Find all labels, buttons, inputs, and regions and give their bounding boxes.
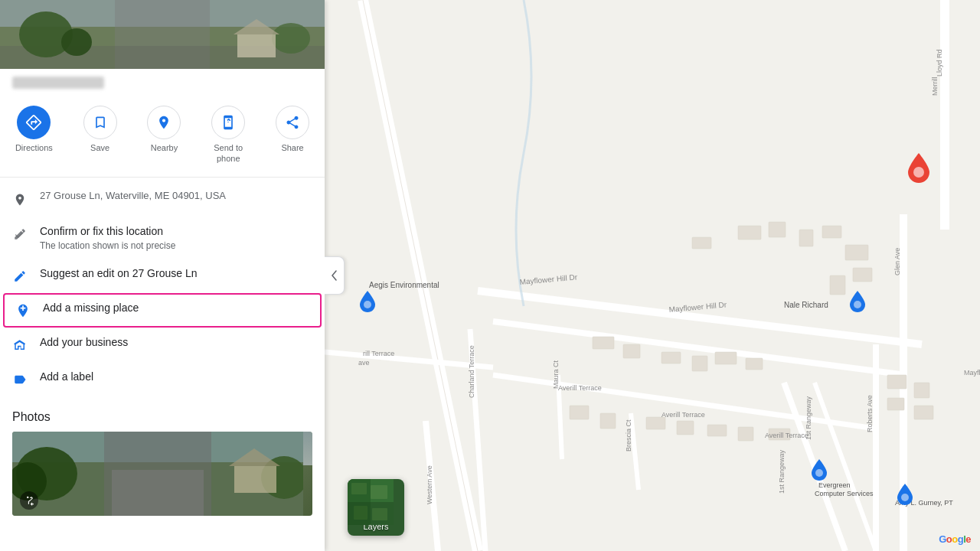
streetview-icon <box>20 491 38 510</box>
svg-text:Aegis Environmental: Aegis Environmental <box>369 281 439 289</box>
svg-rect-15 <box>112 470 204 516</box>
svg-text:Computer Services: Computer Services <box>815 490 874 497</box>
svg-text:Mayflower: Mayflower <box>964 369 980 377</box>
svg-point-83 <box>854 301 861 308</box>
send-to-phone-button[interactable]: Send to phone <box>205 103 251 168</box>
confirm-location-title: Confirm or fix this location <box>40 224 175 240</box>
map-area[interactable]: Mayflower Hill Dr Mayflower Hill Dr Lloy… <box>325 0 980 551</box>
add-missing-place-content: Add a missing place <box>43 301 139 316</box>
svg-text:1st Rangeway: 1st Rangeway <box>778 449 786 494</box>
svg-rect-56 <box>914 383 929 398</box>
svg-text:Evergreen: Evergreen <box>818 481 851 489</box>
nearby-icon <box>147 106 181 139</box>
add-business-content: Add your business <box>40 335 128 350</box>
svg-rect-47 <box>746 358 763 370</box>
suggest-edit-title: Suggest an edit on 27 Grouse Ln <box>40 266 197 282</box>
directions-button[interactable]: Directions <box>9 103 59 168</box>
directions-label: Directions <box>15 142 53 153</box>
share-label: Share <box>281 142 303 153</box>
send-to-phone-icon <box>211 106 245 139</box>
left-panel: Directions Save Nearby <box>0 0 325 551</box>
svg-text:Roberts Ave: Roberts Ave <box>866 395 874 432</box>
nearby-label: Nearby <box>151 142 178 153</box>
svg-text:Averill Terrace: Averill Terrace <box>765 432 808 439</box>
svg-rect-51 <box>677 421 694 435</box>
svg-point-86 <box>901 494 909 501</box>
svg-text:Glen Ave: Glen Ave <box>893 248 901 276</box>
svg-rect-91 <box>371 485 387 499</box>
svg-rect-52 <box>707 425 727 436</box>
street-view-image[interactable] <box>0 0 325 69</box>
add-business-item[interactable]: Add your business <box>0 328 325 362</box>
directions-icon <box>17 106 51 139</box>
save-icon <box>83 106 117 139</box>
svg-rect-45 <box>692 356 707 371</box>
svg-text:Brescia Ct: Brescia Ct <box>625 419 632 452</box>
save-button[interactable]: Save <box>77 103 123 168</box>
svg-text:ave: ave <box>358 359 370 367</box>
svg-rect-39 <box>845 245 868 260</box>
svg-text:Averill Terrace: Averill Terrace <box>662 411 705 419</box>
svg-rect-90 <box>351 483 367 494</box>
suggest-edit-item[interactable]: Suggest an edit on 27 Grouse Ln <box>0 259 325 293</box>
svg-rect-37 <box>799 230 813 246</box>
photos-section: Photos <box>0 401 325 516</box>
svg-text:Charland Terrace: Charland Terrace <box>468 345 475 398</box>
address-item[interactable]: 27 Grouse Ln, Waterville, ME 04901, USA <box>0 182 325 217</box>
confirm-location-item[interactable]: Confirm or fix this location The locatio… <box>0 217 325 259</box>
svg-rect-46 <box>715 352 737 364</box>
nearby-button[interactable]: Nearby <box>141 103 187 168</box>
svg-rect-41 <box>830 276 845 295</box>
svg-point-82 <box>364 301 371 308</box>
svg-text:Averill Terrace: Averill Terrace <box>558 384 602 392</box>
suggest-edit-content: Suggest an edit on 27 Grouse Ln <box>40 266 197 282</box>
label-icon <box>12 370 28 389</box>
svg-rect-44 <box>662 352 681 364</box>
svg-text:Nale Richard: Nale Richard <box>784 301 828 309</box>
add-business-title: Add your business <box>40 335 128 350</box>
svg-rect-38 <box>822 226 841 238</box>
confirm-location-subtitle: The location shown is not precise <box>40 240 175 251</box>
menu-section: 27 Grouse Ln, Waterville, ME 04901, USA … <box>0 178 325 402</box>
svg-rect-16 <box>234 466 276 493</box>
pin-plus-icon <box>15 302 31 320</box>
svg-rect-50 <box>646 417 665 429</box>
svg-text:Merrill: Merrill <box>931 77 939 96</box>
layers-button[interactable]: Layers <box>348 479 404 536</box>
svg-rect-57 <box>887 398 904 410</box>
pencil-icon <box>12 267 28 285</box>
check-edit-icon <box>12 225 28 243</box>
collapse-panel-button[interactable] <box>325 256 345 295</box>
location-icon <box>12 191 28 209</box>
svg-rect-49 <box>600 413 616 429</box>
svg-point-6 <box>61 28 92 56</box>
add-label-title: Add a label <box>40 370 93 385</box>
svg-rect-36 <box>692 237 711 249</box>
address-content: 27 Grouse Ln, Waterville, ME 04901, USA <box>40 190 226 201</box>
share-button[interactable]: Share <box>270 103 315 168</box>
svg-rect-42 <box>593 337 614 349</box>
svg-text:Lloyd Rd: Lloyd Rd <box>936 49 943 77</box>
send-to-phone-label: Send to phone <box>214 142 243 165</box>
svg-point-84 <box>913 167 924 178</box>
add-label-item[interactable]: Add a label <box>0 362 325 396</box>
svg-rect-93 <box>372 508 387 520</box>
svg-rect-55 <box>887 375 906 389</box>
address-text: 27 Grouse Ln, Waterville, ME 04901, USA <box>40 190 226 201</box>
photo-thumbnail[interactable] <box>12 432 312 516</box>
svg-rect-40 <box>853 268 872 282</box>
svg-text:Western Ave: Western Ave <box>426 465 433 504</box>
svg-text:rill Terrace: rill Terrace <box>363 350 394 357</box>
svg-rect-34 <box>738 226 761 240</box>
blurred-address-bar <box>12 77 104 89</box>
svg-rect-58 <box>914 406 933 419</box>
add-label-content: Add a label <box>40 370 93 385</box>
add-missing-place-item[interactable]: Add a missing place <box>3 293 322 328</box>
confirm-location-content: Confirm or fix this location The locatio… <box>40 224 175 252</box>
storefront-icon <box>12 336 28 354</box>
action-buttons-row: Directions Save Nearby <box>0 96 325 178</box>
svg-point-85 <box>815 469 823 477</box>
svg-rect-92 <box>354 506 368 520</box>
google-logo: Google <box>939 533 971 545</box>
photos-title: Photos <box>12 410 312 424</box>
